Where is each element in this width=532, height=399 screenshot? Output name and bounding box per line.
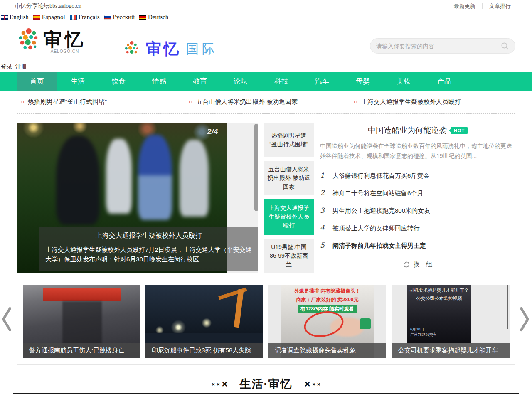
- multiply-deco-icon: ×: [305, 379, 310, 389]
- slide-tab-3[interactable]: 上海交大通报学生疑被校外人员殴打: [264, 199, 314, 235]
- nav-item-product[interactable]: 产品: [424, 72, 465, 91]
- slide-tab-list: 热播剧男星遭“釜山行式围堵” 五台山僧人将米扔出殿外 被劝返回家 上海交大通报学…: [264, 123, 314, 273]
- lang-english[interactable]: English: [1, 14, 29, 21]
- lang-spanish[interactable]: Espagnol: [33, 14, 65, 21]
- chevron-left-icon: [0, 306, 13, 332]
- lang-german[interactable]: Deutsch: [139, 14, 168, 21]
- image-overlay-text: 6月30日: [410, 327, 424, 332]
- nav-item-car[interactable]: 汽车: [302, 72, 342, 91]
- card-caption: 公交司机要求乘客抱起婴儿才能开车: [392, 343, 510, 358]
- language-bar: English Espagnol Français Русский Deutsc…: [0, 12, 532, 22]
- site-title: 审忆分享论坛bbs.aelogo.cn: [15, 2, 81, 10]
- slide-tab-1[interactable]: 热播剧男星遭“釜山行式围堵”: [264, 123, 314, 157]
- uk-flag-icon: [1, 15, 8, 20]
- multiply-deco-icon: ×: [313, 382, 316, 387]
- topbar-links: 最新更新 文章排行: [447, 2, 517, 10]
- section-title: 生活·审忆: [240, 377, 293, 392]
- news-card[interactable]: 外观是插排 内有隐藏摄像头！ 商家：厂家装好的 卖2800元 有128G内存 能…: [268, 285, 386, 358]
- germany-flag-icon: [139, 15, 146, 20]
- refresh-group-button[interactable]: 换一组: [320, 261, 515, 268]
- news-card[interactable]: 印尼沉船事件已致3死 仍有58人失踪: [145, 285, 263, 358]
- hot-news-item[interactable]: 3男生用公主抱迎接跑完800米的女友: [320, 206, 515, 224]
- main-section: 2/4 上海交大通报学生疑被校外人员殴打 上海交大通报学生疑被校外人员殴打7月2…: [0, 123, 532, 273]
- hot-news-item[interactable]: 1大爷嫌银行利息低花百万买6斤黄金: [320, 171, 515, 189]
- search-bar: [370, 38, 515, 54]
- lang-french[interactable]: Français: [70, 14, 100, 21]
- hot-news-item[interactable]: 2神舟二十号将在空间站驻留6个月: [320, 189, 515, 206]
- chevron-right-icon: [518, 306, 531, 332]
- news-card[interactable]: 司机要求抱起婴儿才能开车？ 公交公司公布监控视频 6月30日 广州76路公交车 …: [392, 285, 510, 358]
- hot-article-panel: 中国造船业为何能逆袭 HOT 中国造船业为何能逆袭在全球造船业数百年的风雨洗礼中…: [320, 123, 515, 273]
- nav-item-home[interactable]: 首页: [17, 72, 57, 91]
- search-icon[interactable]: [501, 42, 509, 50]
- hot-article-title[interactable]: 中国造船业为何能逆袭: [368, 125, 447, 136]
- nav-item-emotion[interactable]: 情感: [139, 72, 180, 91]
- article-rank-link[interactable]: 文章排行: [483, 2, 517, 10]
- section-heading: ××× 生活·审忆 ×××: [0, 377, 532, 392]
- hot-article-excerpt[interactable]: 中国造船业为何能逆袭在全球造船业数百年的风雨洗礼中，霸主地位的更迭始终伴随着技术…: [320, 141, 515, 161]
- card-caption: 警方通报南航员工伤人:已跳楼身亡: [23, 343, 140, 358]
- carousel-prev-button[interactable]: [0, 306, 13, 332]
- nav-item-life[interactable]: 生活: [57, 72, 98, 91]
- news-carousel: 警方通报南航员工伤人:已跳楼身亡 印尼沉船事件已致3死 仍有58人失踪 外观是插…: [0, 285, 532, 358]
- site-logo[interactable]: 审忆 AELOGO.CN: [17, 27, 86, 54]
- card-caption: 记者调查隐藏摄像头售卖乱象: [268, 343, 386, 358]
- main-nav: 首页 生活 饮食 情感 教育 论坛 科技 汽车 母婴 美妆 产品: [0, 72, 532, 91]
- register-link[interactable]: 注册: [15, 63, 27, 71]
- featured-caption-text: 上海交大通报学生疑被校外人员殴打7月2日凌晨，上海交通大学（平安交通大学）保卫处…: [45, 245, 252, 264]
- latest-updates-link[interactable]: 最新更新: [447, 2, 482, 10]
- refresh-icon: [403, 261, 410, 268]
- topbar: 审忆分享论坛bbs.aelogo.cn 最新更新 文章排行: [0, 0, 532, 12]
- hot-news-item[interactable]: 5阚清子称前几年拍戏女主得男主定: [320, 241, 515, 259]
- center-logo[interactable]: 审忆 国际: [123, 39, 218, 59]
- heading-rule-left: [148, 384, 211, 384]
- featured-scrollbar[interactable]: [254, 124, 258, 211]
- header: 审忆 AELOGO.CN 审忆 国际: [0, 22, 532, 62]
- nav-item-beauty[interactable]: 美妆: [383, 72, 424, 91]
- slide-tab-2[interactable]: 五台山僧人将米扔出殿外 被劝返回家: [264, 161, 314, 195]
- center-logo-suffix: 国际: [186, 40, 218, 58]
- slide-page-indicator: 2/4: [207, 127, 218, 136]
- nav-item-education[interactable]: 教育: [180, 72, 220, 91]
- featured-slide[interactable]: 2/4 上海交大通报学生疑被校外人员殴打 上海交大通报学生疑被校外人员殴打7月2…: [17, 123, 258, 273]
- multiply-deco-icon: ×: [222, 379, 227, 389]
- headline-ticker: 热播剧男星遭“釜山行式围堵” 五台山僧人将米扔出殿外 被劝返回家 上海交大通报学…: [17, 91, 515, 114]
- center-logo-text: 审忆: [146, 39, 181, 59]
- search-input[interactable]: [376, 43, 501, 49]
- carousel-next-button[interactable]: [518, 306, 531, 332]
- red-ring-icon: [354, 101, 357, 103]
- red-ring-icon: [189, 101, 192, 103]
- france-flag-icon: [70, 15, 77, 20]
- hot-badge: HOT: [451, 127, 468, 134]
- hot-news-list: 1大爷嫌银行利息低花百万买6斤黄金 2神舟二十号将在空间站驻留6个月 3男生用公…: [320, 171, 515, 259]
- multiply-deco-icon: ×: [217, 382, 220, 387]
- nav-item-baby[interactable]: 母婴: [342, 72, 383, 91]
- login-link[interactable]: 登录: [1, 63, 12, 71]
- nav-item-tech[interactable]: 科技: [261, 72, 302, 91]
- nav-item-forum[interactable]: 论坛: [220, 72, 261, 91]
- logo-dots-icon: [17, 27, 41, 52]
- logo-text: 审忆: [43, 27, 86, 52]
- auth-row: 登录 注册: [0, 62, 532, 72]
- news-card[interactable]: 警方通报南航员工伤人:已跳楼身亡: [23, 285, 140, 358]
- image-overlay-text: 商家：厂家装好的 卖2800元: [281, 296, 374, 303]
- red-ring-icon: [21, 101, 24, 103]
- image-overlay-text: 广州76路公交车: [410, 332, 437, 337]
- multiply-deco-icon: ×: [212, 382, 215, 387]
- ticker-item[interactable]: 热播剧男星遭“釜山行式围堵”: [21, 98, 107, 106]
- hot-news-item[interactable]: 4被顶替上大学的女律师回应转行: [320, 224, 515, 241]
- image-overlay-text: 公交公司公布监控视频: [407, 296, 471, 302]
- slide-tab-4[interactable]: U19男篮:中国86-99不敌新西兰: [264, 239, 314, 273]
- page: 审忆分享论坛bbs.aelogo.cn 最新更新 文章排行 English Es…: [0, 0, 532, 399]
- section-divider: [17, 364, 515, 365]
- center-logo-dots-icon: [123, 40, 141, 58]
- nav-item-food[interactable]: 饮食: [98, 72, 139, 91]
- image-overlay-text: 司机要求抱起婴儿才能开车？: [407, 287, 471, 293]
- featured-caption[interactable]: 上海交大通报学生疑被校外人员殴打 上海交大通报学生疑被校外人员殴打7月2日凌晨，…: [39, 227, 258, 271]
- card-scrollbar[interactable]: [507, 285, 508, 329]
- ticker-item[interactable]: 上海交大通报学生疑被校外人员殴打: [354, 98, 461, 106]
- russia-flag-icon: [104, 15, 111, 20]
- ticker-item[interactable]: 五台山僧人将米扔出殿外 被劝返回家: [189, 98, 298, 106]
- multiply-deco-icon: ×: [317, 382, 320, 387]
- lang-russian[interactable]: Русский: [104, 14, 135, 21]
